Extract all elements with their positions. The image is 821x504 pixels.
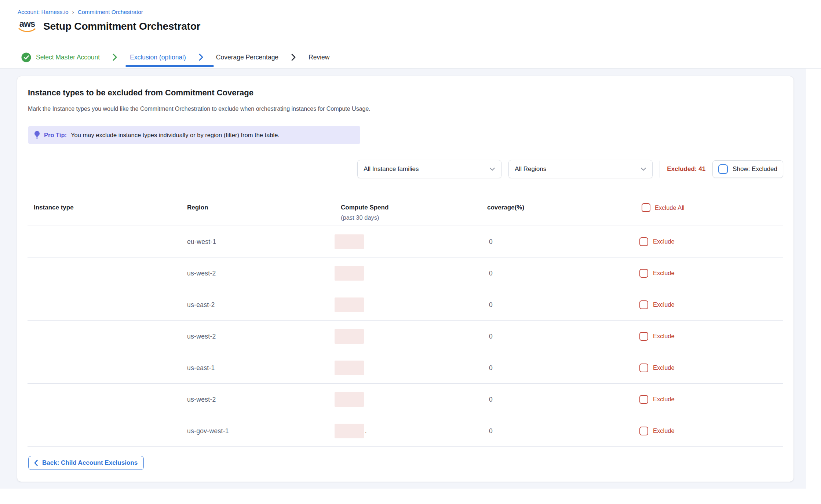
aws-smile-icon bbox=[18, 28, 36, 33]
exclude-checkbox[interactable] bbox=[639, 332, 648, 341]
region-cell: us-west-2 bbox=[187, 395, 216, 403]
check-circle-icon bbox=[21, 52, 31, 62]
chevron-down-icon bbox=[489, 167, 495, 171]
instance-families-value: All Instance families bbox=[364, 165, 419, 173]
chevron-right-icon bbox=[198, 53, 204, 61]
region-cell: us-west-2 bbox=[187, 332, 216, 340]
exclude-checkbox[interactable] bbox=[639, 237, 648, 246]
compute-spend-cell bbox=[335, 392, 365, 407]
exclude-label: Exclude bbox=[653, 333, 675, 340]
column-instance-type: Instance type bbox=[34, 204, 74, 211]
compute-spend-cell bbox=[335, 266, 365, 281]
compute-spend-suffix: . bbox=[365, 428, 366, 434]
lightbulb-icon bbox=[34, 131, 40, 140]
compute-spend-cell bbox=[335, 329, 365, 344]
pro-tip-banner: Pro Tip: You may exclude instance types … bbox=[28, 126, 360, 144]
filter-row: All Instance families All Regions Exclud… bbox=[17, 160, 783, 178]
pro-tip-text: You may exclude instance types individua… bbox=[71, 132, 280, 139]
step-label: Coverage Percentage bbox=[216, 54, 278, 61]
page-title: Setup Commitment Orchestrator bbox=[43, 21, 200, 32]
table-row: us-east-2 0 Exclude bbox=[28, 289, 783, 321]
page-header: aws Setup Commitment Orchestrator bbox=[18, 20, 200, 33]
step-exclusion[interactable]: Exclusion (optional) bbox=[130, 46, 186, 68]
setup-stepper: Select Master Account Exclusion (optiona… bbox=[0, 46, 821, 69]
chevron-left-icon bbox=[34, 460, 38, 466]
redacted-compute-spend bbox=[335, 329, 364, 344]
instance-families-dropdown[interactable]: All Instance families bbox=[357, 160, 501, 178]
column-compute-spend-sub: (past 30 days) bbox=[341, 214, 379, 221]
region-cell: eu-west-1 bbox=[187, 238, 216, 245]
table-row: us-east-1 0 Exclude bbox=[28, 352, 783, 384]
table-header: Instance type Region Compute Spend (past… bbox=[28, 201, 783, 226]
exclude-control: Exclude bbox=[639, 269, 675, 278]
regions-value: All Regions bbox=[515, 165, 546, 173]
redacted-compute-spend bbox=[335, 424, 364, 438]
commitment-orchestrator-page: Account: Harness.io › Commitment Orchest… bbox=[0, 0, 821, 504]
step-label: Exclusion (optional) bbox=[130, 54, 186, 61]
step-label: Select Master Account bbox=[36, 54, 100, 61]
show-excluded-label: Show: Excluded bbox=[733, 165, 777, 173]
exclude-control: Exclude bbox=[639, 237, 675, 246]
exclude-all-label: Exclude All bbox=[655, 204, 685, 211]
exclude-label: Exclude bbox=[653, 238, 675, 245]
breadcrumb-chevron-icon: › bbox=[72, 9, 74, 15]
coverage-cell: 0 bbox=[489, 332, 493, 340]
pro-tip-label: Pro Tip: bbox=[44, 132, 67, 139]
redacted-compute-spend bbox=[335, 361, 364, 375]
table-row: us-west-2 0 Exclude bbox=[28, 321, 783, 352]
exclude-control: Exclude bbox=[639, 332, 675, 341]
column-compute-spend: Compute Spend bbox=[341, 204, 388, 211]
exclude-checkbox[interactable] bbox=[639, 269, 648, 278]
chevron-right-icon bbox=[290, 53, 297, 61]
compute-spend-cell bbox=[335, 361, 365, 375]
exclude-control: Exclude bbox=[639, 300, 675, 309]
back-button-label: Back: Child Account Exclusions bbox=[42, 459, 138, 467]
table-row: us-west-2 0 Exclude bbox=[28, 384, 783, 415]
exclude-checkbox[interactable] bbox=[639, 300, 648, 309]
chevron-down-icon bbox=[641, 167, 646, 171]
aws-logo-text: aws bbox=[19, 20, 35, 28]
step-coverage-percentage[interactable]: Coverage Percentage bbox=[216, 46, 278, 68]
exclude-label: Exclude bbox=[653, 270, 675, 277]
filter-divider bbox=[660, 161, 660, 178]
step-review[interactable]: Review bbox=[309, 46, 329, 68]
column-coverage: coverage(%) bbox=[487, 204, 524, 211]
exclude-checkbox[interactable] bbox=[639, 395, 648, 404]
back-button[interactable]: Back: Child Account Exclusions bbox=[28, 456, 144, 470]
compute-spend-cell: . bbox=[335, 424, 366, 438]
breadcrumb-account-link[interactable]: Account: Harness.io bbox=[18, 9, 69, 15]
redacted-compute-spend bbox=[335, 392, 364, 407]
redacted-compute-spend bbox=[335, 297, 364, 312]
coverage-cell: 0 bbox=[489, 269, 493, 277]
compute-spend-cell bbox=[335, 234, 365, 249]
table-row: us-gov-west-1 . 0 Exclude bbox=[28, 415, 783, 447]
coverage-cell: 0 bbox=[489, 301, 493, 308]
table-row: eu-west-1 0 Exclude bbox=[28, 226, 783, 258]
exclude-all-control: Exclude All bbox=[642, 203, 685, 212]
show-excluded-checkbox[interactable] bbox=[718, 164, 728, 174]
exclude-checkbox[interactable] bbox=[639, 364, 648, 372]
step-select-master-account[interactable]: Select Master Account bbox=[21, 46, 100, 68]
step-label: Review bbox=[309, 54, 329, 61]
exclude-label: Exclude bbox=[653, 396, 675, 403]
exclude-label: Exclude bbox=[653, 301, 675, 308]
show-excluded-toggle[interactable]: Show: Excluded bbox=[712, 160, 783, 178]
exclude-checkbox[interactable] bbox=[639, 427, 648, 435]
exclude-control: Exclude bbox=[639, 427, 675, 435]
chevron-right-icon bbox=[112, 53, 118, 61]
column-region: Region bbox=[187, 204, 208, 211]
exclude-control: Exclude bbox=[639, 364, 675, 372]
panel-heading: Instance types to be excluded from Commi… bbox=[28, 88, 253, 98]
exclude-label: Exclude bbox=[653, 364, 675, 371]
exclude-control: Exclude bbox=[639, 395, 675, 404]
compute-spend-cell bbox=[335, 297, 365, 312]
breadcrumb-page-link[interactable]: Commitment Orchestrator bbox=[78, 9, 143, 15]
coverage-cell: 0 bbox=[489, 395, 493, 403]
coverage-cell: 0 bbox=[489, 364, 493, 372]
regions-dropdown[interactable]: All Regions bbox=[508, 160, 653, 178]
excluded-count-badge: Excluded: 41 bbox=[667, 165, 705, 173]
redacted-compute-spend bbox=[335, 234, 364, 249]
exclude-all-checkbox[interactable] bbox=[642, 203, 650, 212]
region-cell: us-east-2 bbox=[187, 301, 215, 308]
region-cell: us-east-1 bbox=[187, 364, 215, 372]
